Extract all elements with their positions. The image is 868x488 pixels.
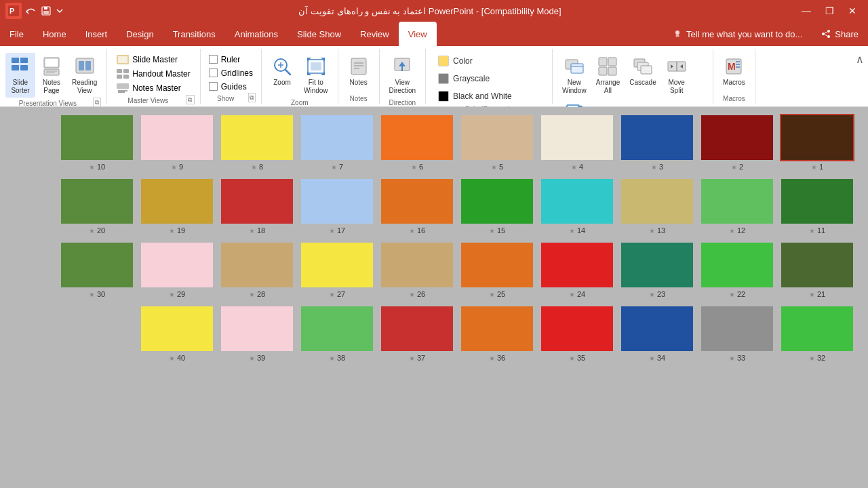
cascade-button[interactable]: Cascade <box>625 53 660 89</box>
slide-item-32[interactable]: ★32 <box>780 305 854 362</box>
save-icon[interactable] <box>41 5 52 16</box>
slide-item-5[interactable]: ★5 <box>460 114 534 171</box>
title-bar-left: P <box>5 3 64 19</box>
slide-item-25[interactable]: ★25 <box>460 241 534 298</box>
slide-thumb-36 <box>460 305 534 352</box>
slide-item-23[interactable]: ★23 <box>620 241 694 298</box>
slide-item-1[interactable]: ★1 <box>780 114 854 171</box>
slide-item-35[interactable]: ★35 <box>540 305 614 362</box>
slide-item-13[interactable]: ★13 <box>620 178 694 235</box>
slide-number-11: 11 <box>817 226 825 235</box>
slide-item-3[interactable]: ★3 <box>620 114 694 171</box>
ruler-checkbox[interactable]: Ruler <box>206 54 243 66</box>
slide-number-30: 30 <box>97 290 105 298</box>
slide-item-20[interactable]: ★20 <box>60 178 134 235</box>
zoom-button[interactable]: Zoom <box>267 53 297 89</box>
slide-item-27[interactable]: ★27 <box>300 241 374 298</box>
presentation-views-expand[interactable]: ⧉ <box>93 98 102 107</box>
slide-number-40: 40 <box>177 354 185 362</box>
menu-view[interactable]: View <box>399 22 437 46</box>
slide-item-29[interactable]: ★29 <box>140 241 214 298</box>
slide-item-24[interactable]: ★24 <box>540 241 614 298</box>
menu-home[interactable]: Home <box>33 22 76 46</box>
slide-item-18[interactable]: ★18 <box>220 178 294 235</box>
slide-item-10[interactable]: ★10 <box>60 114 134 171</box>
slide-number-15: 15 <box>497 226 505 235</box>
slide-footer-36: ★36 <box>489 354 505 362</box>
tell-me-box[interactable]: Tell me what you want to do... <box>663 22 812 46</box>
slide-thumb-3 <box>620 114 694 161</box>
slide-item-36[interactable]: ★36 <box>460 305 534 362</box>
slide-item-11[interactable]: ★11 <box>780 178 854 235</box>
close-button[interactable]: ✕ <box>842 4 863 18</box>
star-icon-27: ★ <box>329 291 335 298</box>
macros-button[interactable]: M Macros <box>719 53 749 89</box>
slide-item-33[interactable]: ★33 <box>700 305 774 362</box>
share-button[interactable]: Share <box>812 22 868 46</box>
slide-footer-40: ★40 <box>169 354 185 362</box>
slide-footer-11: ★11 <box>809 226 825 235</box>
slide-item-28[interactable]: ★28 <box>220 241 294 298</box>
slide-item-2[interactable]: ★2 <box>700 114 774 171</box>
bw-swatch-icon <box>438 91 449 102</box>
undo-icon[interactable] <box>26 5 37 16</box>
dropdown-arrow-icon[interactable] <box>56 5 64 16</box>
menu-design[interactable]: Design <box>117 22 163 46</box>
menu-animations[interactable]: Animations <box>225 22 288 46</box>
view-direction-label: ViewDirection <box>389 79 416 95</box>
menu-insert[interactable]: Insert <box>76 22 117 46</box>
menu-file[interactable]: File <box>0 22 33 46</box>
slide-item-34[interactable]: ★34 <box>620 305 694 362</box>
restore-button[interactable]: ❐ <box>819 4 840 18</box>
slide-item-4[interactable]: ★4 <box>540 114 614 171</box>
slide-footer-15: ★15 <box>489 226 505 235</box>
notes-button[interactable]: Notes <box>344 53 374 89</box>
handout-master-button[interactable]: Handout Master <box>113 67 194 81</box>
menu-slideshow[interactable]: Slide Show <box>288 22 351 46</box>
slide-item-12[interactable]: ★12 <box>700 178 774 235</box>
ribbon-collapse-button[interactable]: ∧ <box>853 50 867 68</box>
menu-review[interactable]: Review <box>351 22 399 46</box>
new-window-button[interactable]: NewWindow <box>558 53 591 98</box>
slide-item-17[interactable]: ★17 <box>300 178 374 235</box>
slide-item-37[interactable]: ★37 <box>380 305 454 362</box>
minimize-button[interactable]: — <box>796 4 816 18</box>
slide-item-15[interactable]: ★15 <box>460 178 534 235</box>
notes-master-button[interactable]: Notes Master <box>113 81 184 95</box>
notes-page-button[interactable]: NotesPage <box>37 53 66 98</box>
star-icon-2: ★ <box>731 163 737 171</box>
show-expand[interactable]: ⧉ <box>248 93 256 102</box>
color-button[interactable]: Color <box>431 53 547 69</box>
slide-item-19[interactable]: ★19 <box>140 178 214 235</box>
slide-footer-6: ★6 <box>411 163 423 171</box>
slide-item-40[interactable]: ★40 <box>140 305 214 362</box>
master-views-expand[interactable]: ⧉ <box>186 95 194 104</box>
gridlines-checkbox[interactable]: Gridlines <box>206 67 256 79</box>
ruler-label: Ruler <box>221 55 241 64</box>
slide-sorter-button[interactable]: SlideSorter <box>5 53 35 98</box>
menu-transitions[interactable]: Transitions <box>163 22 225 46</box>
arrange-all-button[interactable]: ArrangeAll <box>592 53 625 98</box>
black-white-button[interactable]: Black and White <box>431 88 547 104</box>
slide-item-16[interactable]: ★16 <box>380 178 454 235</box>
slide-item-14[interactable]: ★14 <box>540 178 614 235</box>
slide-item-21[interactable]: ★21 <box>780 241 854 298</box>
grayscale-button[interactable]: Grayscale <box>431 70 547 87</box>
guides-checkbox[interactable]: Guides <box>206 81 250 93</box>
slide-item-6[interactable]: ★6 <box>380 114 454 171</box>
slide-item-26[interactable]: ★26 <box>380 241 454 298</box>
reading-view-button[interactable]: ReadingView <box>68 53 101 98</box>
slide-item-39[interactable]: ★39 <box>220 305 294 362</box>
slide-item-9[interactable]: ★9 <box>140 114 214 171</box>
window-title: [Compatibility Mode] - PowerPoint اعتماد… <box>64 6 796 16</box>
slide-item-7[interactable]: ★7 <box>300 114 374 171</box>
slide-item-30[interactable]: ★30 <box>60 241 134 298</box>
view-direction-button[interactable]: ViewDirection <box>385 53 420 98</box>
slide-master-button[interactable]: Slide Master <box>113 53 182 66</box>
move-split-button[interactable]: MoveSplit <box>662 53 692 98</box>
fit-to-window-button[interactable]: Fit toWindow <box>300 53 332 98</box>
slide-item-22[interactable]: ★22 <box>700 241 774 298</box>
slide-item-38[interactable]: ★38 <box>300 305 374 362</box>
slide-item-8[interactable]: ★8 <box>220 114 294 171</box>
slide-thumb-5 <box>460 114 534 161</box>
